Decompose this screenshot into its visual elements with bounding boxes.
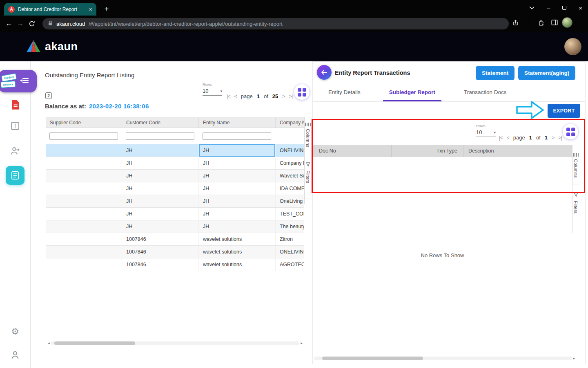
cell-customer: JH [122, 157, 199, 169]
cell-company: TEST_COMP [276, 208, 304, 220]
left-column-grid-button[interactable] [294, 84, 310, 100]
rows-label: Rows [203, 83, 222, 87]
creditor-debtor-cards-icon: Creditor Debtors [0, 73, 19, 90]
table-row[interactable]: JH JH Company N [46, 157, 304, 170]
table-row[interactable]: JH JH IDA COMPA [46, 182, 304, 195]
collapse-menu-icon[interactable] [19, 75, 30, 88]
scroll-left-icon[interactable]: ◂ [47, 341, 51, 345]
extensions-puzzle-icon[interactable] [536, 17, 547, 28]
back-button[interactable] [317, 65, 332, 80]
applet-badge-debtor-creditor[interactable]: Creditor Debtors [0, 70, 37, 92]
share-icon[interactable] [510, 17, 521, 28]
page-first-icon[interactable]: |< [499, 135, 503, 141]
side-panel-icon[interactable] [549, 17, 560, 28]
col-customer-code[interactable]: Customer Code [122, 117, 199, 128]
of-word: of [536, 135, 541, 141]
page-next-icon[interactable]: > [282, 94, 285, 99]
tab-subledger-report[interactable]: Subledger Report [383, 84, 441, 101]
user-avatar[interactable] [564, 38, 581, 55]
table-row[interactable]: JH JH ONELIVING [46, 144, 304, 157]
scrollbar-thumb[interactable] [322, 357, 423, 360]
filter-customer-code-input[interactable] [126, 132, 194, 140]
page-current: 1 [529, 135, 532, 141]
nav-reload-icon[interactable] [26, 18, 38, 29]
cell-company: Company N [276, 157, 304, 169]
filters-panel-tab[interactable]: Filters [305, 161, 310, 183]
scrollbar-track[interactable] [51, 341, 299, 345]
cell-customer: JH [122, 208, 199, 220]
col-entity-name[interactable]: Entity Name [199, 117, 276, 128]
browser-profile-avatar[interactable] [562, 17, 572, 28]
window-close-button[interactable]: × [579, 4, 582, 11]
table-row[interactable]: 1007846 wavelet solutions ONELIVING [46, 246, 304, 258]
filter-funnel-icon [574, 191, 578, 198]
sidebar-profile-icon[interactable] [10, 350, 20, 360]
page-first-icon[interactable]: |< [227, 94, 230, 99]
table-row[interactable]: JH JH TEST_COMP [46, 208, 304, 220]
url-bar[interactable]: akaun.cloud/#/applet/tnt/wavelet/erp/deb… [42, 18, 509, 29]
bookmark-star-icon[interactable]: ☆ [523, 17, 534, 28]
settings-gear-icon[interactable]: ⚙ [11, 326, 19, 337]
right-horizontal-scrollbar[interactable]: ▸ [314, 356, 576, 361]
col-company-name[interactable]: Company Name [276, 117, 304, 128]
col-description[interactable]: Description [463, 145, 572, 157]
col-txn-type[interactable]: Txn Type [391, 145, 463, 157]
cell-entity: JH [199, 208, 276, 220]
window-minimize-button[interactable]: – [547, 4, 550, 11]
window-chevron-icon[interactable] [529, 6, 535, 9]
page-next-icon[interactable]: > [552, 135, 554, 141]
tab-close-icon[interactable]: × [89, 6, 92, 13]
filters-panel-tab[interactable]: Filters [573, 191, 578, 213]
window-maximize-button[interactable] [562, 6, 566, 10]
table-row[interactable]: JH JH The beauty [46, 220, 304, 233]
left-rows-select[interactable]: 10 ▾ [203, 88, 222, 96]
cell-customer: 1007846 [122, 233, 199, 245]
scrollbar-thumb[interactable] [54, 341, 135, 345]
table-row[interactable]: 1007846 wavelet solutions AGROTECH [46, 258, 304, 271]
cell-company: ONELIVING [276, 144, 304, 157]
left-horizontal-scrollbar[interactable]: ◂ ▸ [47, 341, 304, 346]
cell-entity: wavelet solutions [199, 233, 276, 245]
col-supplier-code[interactable]: Supplier Code [46, 117, 122, 128]
table-row[interactable]: 1007846 wavelet solutions Zitron [46, 233, 304, 246]
sidebar-ledger-report-active-icon[interactable] [6, 166, 24, 185]
browser-menu-kebab-icon[interactable]: ⋮ [574, 17, 586, 28]
tab-entity-details[interactable]: Entity Details [327, 84, 362, 101]
page-prev-icon[interactable]: < [507, 135, 509, 141]
of-word: of [264, 93, 268, 99]
nav-forward-icon[interactable]: → [15, 18, 26, 29]
statement-button[interactable]: Statement [476, 66, 514, 80]
columns-icon [573, 153, 579, 157]
export-button[interactable]: EXPORT [548, 104, 580, 118]
columns-panel-tab[interactable]: Columns [305, 123, 311, 147]
right-rows-select[interactable]: 10 ▾ [476, 129, 496, 137]
scrollbar-track[interactable] [314, 357, 572, 360]
sidebar-pdf-report-icon[interactable] [9, 99, 21, 110]
cell-entity: JH [199, 157, 276, 169]
filter-supplier-code-input[interactable] [49, 132, 118, 140]
sidebar-person-request-icon[interactable] [10, 146, 20, 156]
right-column-grid-button[interactable] [563, 124, 578, 139]
right-grid-side-buttons: Columns Filters [572, 145, 579, 233]
page-last-icon[interactable]: >| [289, 94, 293, 99]
page-word: page [241, 93, 253, 99]
tab-transaction-docs[interactable]: Transaction Docs [463, 84, 508, 101]
nav-back-icon[interactable]: ← [3, 18, 15, 29]
table-header-row: Supplier Code Customer Code Entity Name … [46, 117, 304, 128]
scroll-right-icon[interactable]: ▸ [572, 356, 576, 360]
browser-tab[interactable]: A Debtor and Creditor Report × [4, 3, 96, 16]
filter-entity-name-input[interactable] [203, 132, 271, 140]
sidebar-alert-report-icon[interactable] [10, 121, 20, 131]
cell-customer: JH [122, 195, 199, 207]
scroll-right-icon[interactable]: ▸ [299, 341, 304, 345]
col-doc-no[interactable]: Doc No [313, 145, 391, 157]
caret-down-icon: ▾ [494, 130, 496, 135]
left-panel-title: Outstanding Entity Report Listing [45, 72, 134, 79]
new-tab-button[interactable]: + [101, 4, 112, 14]
page-last-icon[interactable]: >| [558, 135, 562, 141]
table-row[interactable]: JH JH OneLiving [46, 195, 304, 208]
statement-aging-button[interactable]: Statement(aging) [518, 66, 575, 80]
table-row[interactable]: JH JH Wavelet Sol [46, 170, 304, 182]
columns-panel-tab[interactable]: Columns [573, 153, 579, 177]
page-prev-icon[interactable]: < [234, 94, 237, 99]
